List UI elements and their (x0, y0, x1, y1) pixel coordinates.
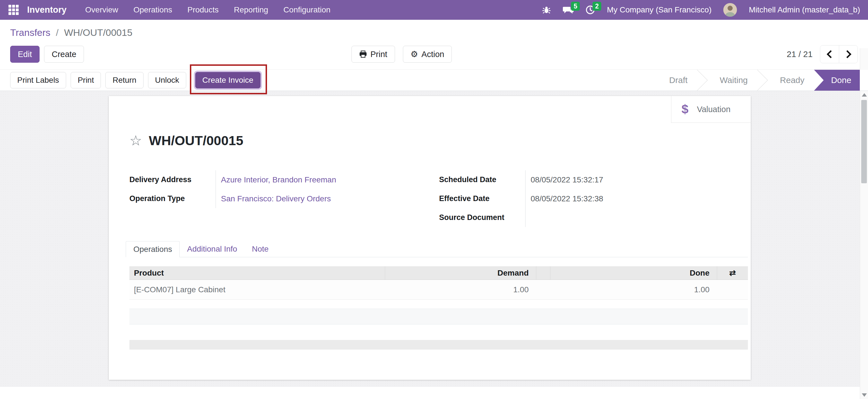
column-header-product: Product (129, 266, 385, 279)
delivery-address-link[interactable]: Azure Interior, Brandon Freeman (221, 175, 336, 185)
field-effective-date: Effective Date 08/05/2022 15:32:38 (439, 189, 722, 208)
menu-operations[interactable]: Operations (133, 5, 172, 14)
breadcrumb-separator: / (56, 27, 59, 38)
gear-icon: ⚙ (410, 50, 418, 59)
messages-icon[interactable]: 5 (563, 5, 574, 15)
column-header-demand: Demand (385, 266, 536, 279)
pager-counter: 21 / 21 (786, 49, 813, 59)
app-name[interactable]: Inventory (27, 5, 67, 15)
print-button[interactable]: Print (71, 72, 101, 88)
source-document-value (525, 208, 722, 227)
valuation-label: Valuation (697, 105, 731, 114)
messages-count-badge: 5 (571, 2, 580, 11)
control-panel: Transfers / WH/OUT/00015 Edit Create (0, 20, 868, 69)
print-label: Print (78, 76, 94, 85)
tab-note[interactable]: Note (244, 241, 276, 257)
create-invoice-label: Create Invoice (202, 76, 253, 85)
content-area: $ Valuation ☆ WH/OUT/00015 Delivery Addr… (0, 91, 860, 399)
main-menu: Overview Operations Products Reporting C… (85, 5, 331, 14)
form-sheet: $ Valuation ☆ WH/OUT/00015 Delivery Addr… (109, 96, 751, 380)
chevron-right-icon (843, 50, 851, 58)
pager-previous-button[interactable] (820, 45, 839, 63)
step-done-active[interactable]: Done (814, 70, 860, 91)
status-steps: Draft Waiting Ready Done (659, 70, 860, 91)
action-menu-button[interactable]: ⚙ Action (403, 46, 452, 63)
return-button[interactable]: Return (105, 72, 143, 88)
company-switcher[interactable]: My Company (San Francisco) (607, 5, 711, 14)
field-label: Source Document (439, 213, 525, 222)
valuation-stat-button[interactable]: $ Valuation (671, 96, 751, 123)
breadcrumb-transfers-link[interactable]: Transfers (10, 27, 50, 38)
field-label: Scheduled Date (439, 175, 525, 184)
empty-list-stripe (129, 309, 748, 325)
edit-button[interactable]: Edit (10, 46, 39, 63)
create-button[interactable]: Create (44, 46, 84, 63)
menu-overview[interactable]: Overview (85, 5, 118, 14)
field-label: Delivery Address (129, 175, 216, 184)
notebook-tabs: Operations Additional Info Note (126, 241, 748, 257)
column-header-spacer (536, 266, 550, 279)
operations-table: Product Demand Done ⇄ [E-COM07] Large Ca… (129, 266, 748, 300)
field-label: Effective Date (439, 194, 525, 203)
breadcrumb-current: WH/OUT/00015 (64, 27, 132, 38)
tab-additional-info[interactable]: Additional Info (180, 241, 244, 257)
table-header-row: Product Demand Done ⇄ (129, 266, 748, 280)
return-label: Return (113, 76, 136, 85)
field-group: Delivery Address Azure Interior, Brandon… (109, 170, 751, 227)
menu-configuration[interactable]: Configuration (283, 5, 331, 14)
cell-spacer (536, 280, 550, 299)
scrollbar-gap (860, 48, 868, 70)
unlock-button[interactable]: Unlock (148, 72, 186, 88)
print-menu-button[interactable]: Print (351, 46, 395, 63)
edit-button-label: Edit (18, 50, 32, 59)
tab-operations[interactable]: Operations (126, 241, 180, 257)
action-menu-label: Action (422, 50, 444, 59)
table-row[interactable]: [E-COM07] Large Cabinet 1.00 1.00 (129, 280, 748, 300)
menu-reporting[interactable]: Reporting (234, 5, 268, 14)
step-separator-icon (697, 70, 710, 91)
field-label: Operation Type (129, 194, 216, 203)
pager-next-button[interactable] (839, 45, 858, 63)
user-menu[interactable]: Mitchell Admin (master_data_b) (749, 5, 860, 14)
print-labels-button[interactable]: Print Labels (10, 72, 66, 88)
dollar-icon: $ (682, 102, 688, 117)
step-waiting[interactable]: Waiting (710, 70, 757, 91)
step-ready[interactable]: Ready (770, 70, 814, 91)
optional-columns-icon[interactable]: ⇄ (717, 266, 748, 279)
top-navbar: Inventory Overview Operations Products R… (0, 0, 868, 20)
scroll-down-arrow-icon[interactable] (862, 393, 867, 397)
scroll-up-arrow-icon[interactable] (862, 93, 867, 97)
effective-date-value: 08/05/2022 15:32:38 (525, 189, 722, 208)
field-scheduled-date: Scheduled Date 08/05/2022 15:32:17 (439, 170, 722, 189)
print-labels-label: Print Labels (17, 76, 59, 85)
menu-products[interactable]: Products (187, 5, 219, 14)
cell-demand: 1.00 (385, 280, 536, 299)
record-title: WH/OUT/00015 (149, 133, 243, 148)
scrollbar-thumb[interactable] (861, 100, 867, 183)
vertical-scrollbar[interactable] (860, 91, 868, 399)
avatar[interactable] (723, 3, 737, 16)
step-separator-icon (757, 70, 770, 91)
apps-menu-icon[interactable] (8, 4, 19, 15)
cell-options (717, 280, 748, 299)
print-menu-label: Print (370, 50, 388, 59)
debug-bug-icon[interactable] (542, 5, 551, 14)
field-delivery-address: Delivery Address Azure Interior, Brandon… (129, 170, 439, 189)
create-button-label: Create (52, 50, 76, 59)
favorite-star-icon[interactable]: ☆ (129, 134, 142, 148)
scheduled-date-value: 08/05/2022 15:32:17 (525, 170, 722, 189)
unlock-label: Unlock (155, 76, 179, 85)
field-source-document: Source Document (439, 208, 722, 227)
pager (820, 45, 858, 63)
operation-type-link[interactable]: San Francisco: Delivery Orders (221, 194, 331, 203)
breadcrumb: Transfers / WH/OUT/00015 (10, 27, 858, 38)
statusbar: Print Labels Print Return Unlock Create … (0, 69, 868, 91)
activities-clock-icon[interactable]: 2 (585, 5, 595, 15)
horizontal-scrollbar-track[interactable] (129, 340, 748, 350)
create-invoice-button[interactable]: Create Invoice (195, 72, 260, 88)
field-operation-type: Operation Type San Francisco: Delivery O… (129, 189, 439, 208)
cell-product[interactable]: [E-COM07] Large Cabinet (129, 280, 385, 299)
printer-icon (359, 50, 367, 58)
column-header-done: Done (550, 266, 717, 279)
step-draft[interactable]: Draft (659, 70, 697, 91)
